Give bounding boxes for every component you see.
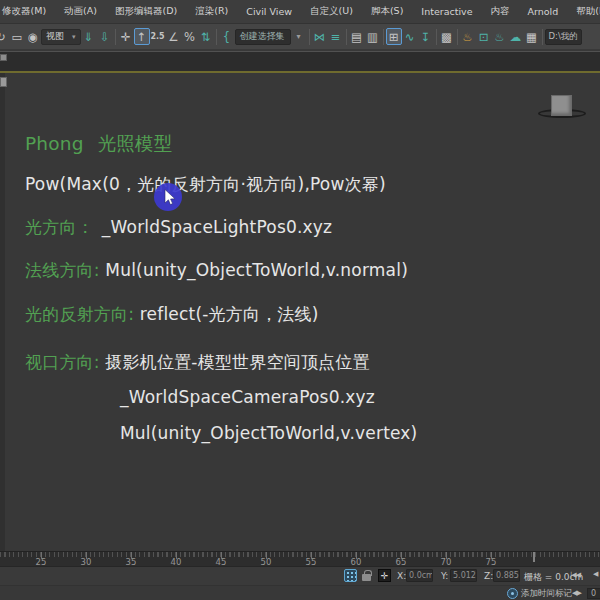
toolbar-separator	[346, 29, 347, 45]
status-bar: ✛ X: 0.0cm Y: 5.012cm Z: 0.885cm 栅格 = 0.…	[0, 567, 600, 585]
transform-type-in-icon[interactable]: ✛	[378, 569, 391, 582]
timeline-frame-label: 70	[436, 557, 456, 567]
rectangular-selection-region-icon[interactable]: ▭	[9, 28, 25, 45]
ribbon-toggle-icon[interactable]: ⊞	[386, 28, 402, 45]
menu-item[interactable]: 内容	[482, 5, 519, 18]
menu-item[interactable]: 帮助(H)	[567, 5, 600, 18]
timeline-frame-label: 30	[76, 557, 96, 567]
viewport-splitter-handle[interactable]	[0, 77, 7, 87]
timeline-frame-label: 60	[346, 557, 366, 567]
spinner-snap-icon[interactable]: ⇅	[198, 28, 214, 45]
workspace-layout-icon[interactable]: ▦	[524, 28, 540, 45]
toolbar-separator	[542, 29, 543, 45]
main-toolbar: ↻▭◉视图▾⇓⇩✛↑2.5∠%⇅{创建选择集▾⋈≡▤▥⊞∿↧▩♨⊡♨☁▦D:\我…	[0, 24, 600, 50]
layer-explorer-icon[interactable]: ▥	[365, 28, 381, 45]
timeline-frame-label: 40	[166, 557, 186, 567]
menu-item[interactable]: 图形编辑器(D)	[106, 5, 186, 18]
select-and-move-icon[interactable]: ✛	[118, 28, 134, 45]
paint-selection-region-icon[interactable]: ◉	[25, 28, 41, 45]
schematic-view-icon[interactable]: ↧	[418, 28, 434, 45]
named-selection-set-field[interactable]: 创建选择集	[235, 29, 291, 45]
percent-snap-icon[interactable]: %	[182, 28, 198, 45]
menu-item[interactable]: 自定义(U)	[301, 5, 362, 18]
align-icon[interactable]: ≡	[328, 28, 344, 45]
timeline-frame-label: 50	[256, 557, 276, 567]
y-coordinate-field[interactable]: 5.012cm	[450, 569, 477, 582]
select-object-icon[interactable]: ↑	[134, 28, 150, 45]
chevron-down-icon: ▾	[72, 33, 76, 41]
timeline-frame-label: 55	[301, 557, 321, 567]
time-tag-icon[interactable]	[507, 588, 518, 599]
z-coordinate-field[interactable]: 0.885cm	[493, 569, 520, 582]
x-coordinate-field[interactable]: 0.0cm	[406, 569, 433, 582]
current-frame-field[interactable]: 0	[587, 588, 600, 599]
timeline-end-marker	[533, 552, 535, 562]
note-view-line2: _WorldSpaceCameraPos0.xyz	[120, 387, 375, 407]
menu-item[interactable]: Interactive	[412, 6, 481, 17]
timeline-frame-label: 45	[211, 557, 231, 567]
timeline-frame-label: 75	[481, 557, 501, 567]
reference-coordinate-system-dropdown[interactable]: 视图▾	[41, 29, 81, 45]
material-editor-icon[interactable]: ▩	[439, 28, 455, 45]
render-setup-icon[interactable]: ♨	[460, 28, 476, 45]
render-production-icon[interactable]: ♨	[492, 28, 508, 45]
menu-item[interactable]: Civil View	[237, 6, 301, 17]
rendered-frame-window-icon[interactable]: ⊡	[476, 28, 492, 45]
go-to-start-button[interactable]: |◀◀	[570, 571, 580, 579]
note-normal-direction: 法线方向: Mul(unity_ObjectToWorld,v.normal)	[25, 259, 408, 282]
previous-frame-button[interactable]: ◀	[593, 570, 600, 578]
note-light-direction: 光方向：_WorldSpaceLightPos0.xyz	[25, 216, 332, 239]
toolbar-separator	[216, 29, 217, 45]
note-light-direction-label: 光方向：	[25, 217, 94, 237]
menu-bar: 修改器(M)动画(A)图形编辑器(D)渲染(R)Civil View自定义(U)…	[0, 0, 600, 24]
mouse-cursor	[153, 182, 183, 212]
key-mode-toggle-icon[interactable]: ◀▶	[572, 589, 581, 597]
chevron-down-icon[interactable]: ▾	[291, 28, 307, 45]
menu-item[interactable]: 修改器(M)	[0, 5, 55, 18]
timeline-frame-label: 35	[121, 557, 141, 567]
note-view-direction-value: 摄影机位置-模型世界空间顶点位置	[105, 352, 369, 372]
menu-item[interactable]: 渲染(R)	[186, 5, 237, 18]
timeline-ruler[interactable]: 2530354045505560657075	[0, 551, 600, 567]
add-time-tag-button[interactable]: 添加时间标记	[521, 588, 572, 600]
x-coordinate-label: X:	[397, 571, 406, 581]
curve-editor-icon[interactable]: ∿	[402, 28, 418, 45]
note-light-direction-value: _WorldSpaceLightPos0.xyz	[102, 217, 332, 237]
z-coordinate-label: Z:	[484, 571, 493, 581]
menu-item[interactable]: Arnold	[519, 6, 568, 17]
snaps-toggle-icon[interactable]: 2.5	[150, 28, 166, 45]
toolbar-separator	[436, 29, 437, 45]
note-reflect-direction: 光的反射方向: reflect(-光方向，法线)	[25, 303, 319, 326]
redo-icon[interactable]: ↻	[0, 28, 9, 45]
note-view-line3: Mul(unity_ObjectToWorld,v.vertex)	[120, 423, 417, 443]
project-folder-field[interactable]: D:\我的	[545, 29, 582, 45]
viewcube[interactable]	[551, 95, 572, 116]
3dsmax-window: 修改器(M)动画(A)图形编辑器(D)渲染(R)Civil View自定义(U)…	[0, 0, 600, 600]
y-coordinate-label: Y:	[441, 571, 448, 581]
note-normal-direction-label: 法线方向:	[25, 260, 100, 280]
menu-item[interactable]: 脚本(S)	[362, 5, 412, 18]
note-formula: Pow(Max(0，光的反射方向·视方向),Pow次幂)	[25, 173, 386, 196]
status-bar-row2: 添加时间标记 ◀▶ 0	[0, 585, 600, 600]
viewport[interactable]: Phong光照模型 Pow(Max(0，光的反射方向·视方向),Pow次幂) 光…	[0, 71, 600, 551]
render-in-cloud-icon[interactable]: ☁	[508, 28, 524, 45]
menu-item[interactable]: 动画(A)	[55, 5, 106, 18]
timeline-frame-label: 25	[31, 557, 51, 567]
select-and-rotate-place-icon[interactable]: ⇩	[97, 28, 113, 45]
selection-lock-icon[interactable]	[362, 574, 371, 581]
note-heading-cn: 光照模型	[98, 133, 173, 154]
isolate-selection-toggle-icon[interactable]	[344, 569, 357, 582]
toolbar-separator	[457, 29, 458, 45]
select-and-place-icon[interactable]: ⇓	[81, 28, 97, 45]
toolbar-separator	[309, 29, 310, 45]
ribbon-strip	[0, 51, 600, 71]
edit-named-selection-sets-icon[interactable]: {	[219, 28, 235, 45]
viewport-left-edge	[0, 73, 5, 551]
note-view-direction: 视口方向: 摄影机位置-模型世界空间顶点位置	[25, 351, 370, 374]
mirror-icon[interactable]: ⋈	[312, 28, 328, 45]
angle-snap-icon[interactable]: ∠	[166, 28, 182, 45]
ribbon-handle[interactable]	[0, 54, 7, 61]
note-heading-en: Phong	[25, 133, 84, 154]
scene-explorer-icon[interactable]: ▤	[349, 28, 365, 45]
note-reflect-direction-label: 光的反射方向:	[25, 304, 134, 324]
